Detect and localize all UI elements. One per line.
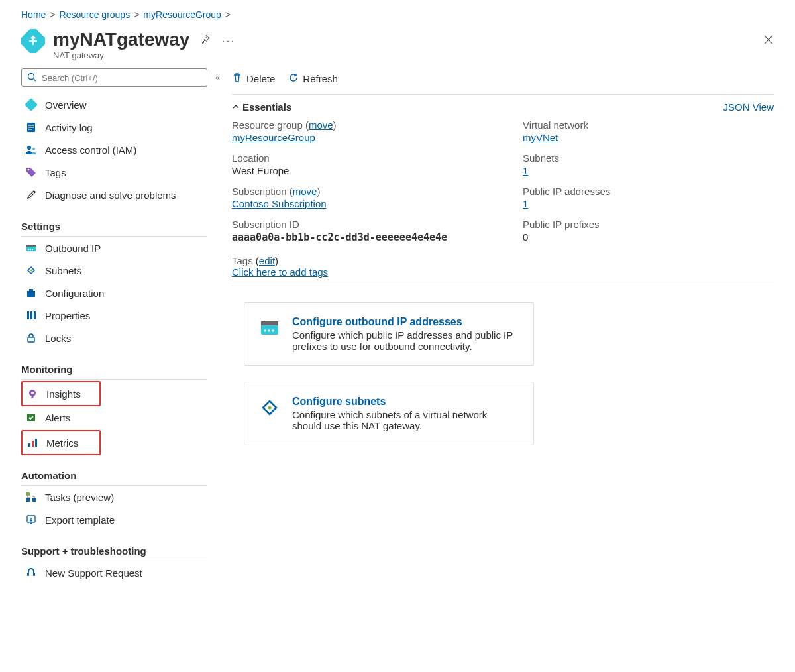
location-value: West Europe	[232, 165, 483, 176]
sidebar-item-label: Export template	[45, 514, 115, 526]
sidebar-item-insights[interactable]: Insights	[23, 382, 99, 405]
metrics-icon	[26, 437, 38, 449]
sidebar-item-label: New Support Request	[45, 567, 142, 579]
public-ip-value[interactable]: 1	[523, 198, 528, 209]
pin-icon[interactable]	[200, 34, 211, 47]
sidebar-item-tags[interactable]: Tags	[21, 161, 220, 184]
export-template-icon	[25, 514, 37, 526]
sidebar-item-label: Diagnose and solve problems	[45, 190, 176, 201]
delete-label: Delete	[246, 73, 275, 84]
resource-group-move-link[interactable]: move	[309, 119, 333, 131]
svg-rect-32	[26, 492, 30, 496]
svg-rect-7	[28, 129, 32, 130]
sidebar-item-diagnose[interactable]: Diagnose and solve problems	[21, 184, 220, 206]
overview-icon	[25, 99, 37, 111]
sidebar-item-outbound-ip[interactable]: Outbound IP	[21, 237, 220, 259]
chevron-up-icon	[232, 101, 240, 113]
refresh-button[interactable]: Refresh	[288, 72, 338, 85]
card-configure-subnets[interactable]: Configure subnets Configure which subnet…	[244, 382, 534, 445]
sidebar-item-properties[interactable]: Properties	[21, 304, 220, 327]
highlight-metrics: Metrics	[21, 430, 101, 455]
subscription-label: Subscription (move)	[232, 186, 483, 197]
svg-point-16	[32, 249, 33, 250]
subscription-move-link[interactable]: move	[293, 186, 317, 197]
subnets-value[interactable]: 1	[523, 165, 528, 176]
vnet-label: Virtual network	[523, 119, 774, 131]
svg-point-15	[30, 249, 31, 250]
breadcrumb-group[interactable]: myResourceGroup	[143, 9, 221, 20]
insights-icon	[26, 388, 38, 400]
sidebar-item-activity-log[interactable]: Activity log	[21, 116, 220, 139]
svg-rect-13	[26, 245, 36, 247]
more-icon[interactable]: ···	[221, 34, 235, 48]
location-label: Location	[232, 152, 483, 164]
sidebar-item-new-support-request[interactable]: New Support Request	[21, 561, 220, 584]
svg-rect-34	[26, 498, 30, 502]
sidebar-item-label: Overview	[45, 99, 87, 111]
json-view-link[interactable]: JSON View	[723, 101, 774, 113]
svg-rect-5	[28, 125, 34, 126]
close-icon[interactable]	[763, 34, 774, 48]
vnet-value[interactable]: myVNet	[523, 132, 558, 143]
sidebar-item-configuration[interactable]: Configuration	[21, 282, 220, 304]
search-input[interactable]	[40, 72, 201, 84]
subnets-label: Subnets	[523, 152, 774, 164]
svg-point-42	[268, 329, 270, 332]
tags-add-link[interactable]: Click here to add tags	[232, 266, 328, 278]
sidebar-item-locks[interactable]: Locks	[21, 327, 220, 349]
svg-rect-36	[30, 523, 32, 524]
card-title: Configure subnets	[292, 396, 519, 408]
svg-point-9	[32, 148, 35, 150]
collapse-sidebar-icon[interactable]: «	[215, 73, 220, 82]
breadcrumb: Home > Resource groups > myResourceGroup…	[21, 9, 774, 20]
page-subtitle: NAT gateway	[53, 50, 189, 60]
sidebar-item-metrics[interactable]: Metrics	[23, 431, 99, 454]
support-icon	[25, 567, 37, 579]
subnets-card-icon	[259, 397, 280, 418]
svg-rect-40	[261, 321, 278, 325]
sidebar-item-label: Insights	[46, 388, 81, 400]
card-title: Configure outbound IP addresses	[292, 316, 519, 328]
svg-point-17	[30, 270, 32, 272]
sidebar-item-alerts[interactable]: Alerts	[21, 406, 220, 429]
card-configure-outbound-ip[interactable]: Configure outbound IP addresses Configur…	[244, 302, 534, 366]
highlight-insights: Insights	[21, 381, 101, 406]
svg-line-2	[34, 78, 36, 81]
alerts-icon	[25, 412, 37, 423]
public-ip-label: Public IP addresses	[523, 186, 774, 197]
sidebar-item-iam[interactable]: Access control (IAM)	[21, 139, 220, 161]
divider	[232, 286, 774, 286]
subscription-value[interactable]: Contoso Subscription	[232, 198, 327, 209]
iam-icon	[25, 144, 37, 156]
search-box[interactable]	[21, 68, 207, 87]
tasks-icon	[25, 491, 37, 503]
svg-point-43	[272, 329, 274, 332]
sidebar-item-tasks[interactable]: Tasks (preview)	[21, 486, 220, 508]
card-desc: Configure which public IP addresses and …	[292, 329, 519, 352]
sidebar-item-label: Outbound IP	[45, 243, 101, 254]
sidebar-item-subnets[interactable]: Subnets	[21, 259, 220, 282]
svg-rect-26	[32, 396, 34, 398]
sidebar-item-overview[interactable]: Overview	[21, 93, 220, 116]
svg-point-11	[34, 191, 36, 193]
sidebar-item-label: Activity log	[45, 122, 93, 133]
sidebar-item-export-template[interactable]: Export template	[21, 508, 220, 531]
sidebar-item-label: Metrics	[46, 437, 78, 449]
resource-group-value[interactable]: myResourceGroup	[232, 132, 315, 143]
delete-button[interactable]: Delete	[232, 72, 275, 85]
subscription-id-value: aaaa0a0a-bb1b-cc2c-dd3d-eeeeee4e4e4e	[232, 231, 483, 243]
svg-rect-29	[28, 443, 30, 447]
sidebar-item-label: Properties	[45, 310, 90, 321]
breadcrumb-resource-groups[interactable]: Resource groups	[60, 9, 131, 20]
essentials-label: Essentials	[242, 101, 292, 113]
outbound-ip-card-icon	[259, 317, 280, 339]
svg-rect-3	[25, 99, 37, 111]
svg-point-41	[264, 329, 266, 332]
essentials-toggle[interactable]: Essentials JSON View	[232, 95, 774, 119]
refresh-label: Refresh	[303, 73, 338, 84]
tags-edit-link[interactable]: edit	[259, 255, 275, 266]
card-desc: Configure which subnets of a virtual net…	[292, 409, 519, 431]
page-title: myNATgateway	[53, 29, 189, 50]
breadcrumb-home[interactable]: Home	[21, 9, 46, 20]
sidebar-item-label: Configuration	[45, 288, 104, 299]
